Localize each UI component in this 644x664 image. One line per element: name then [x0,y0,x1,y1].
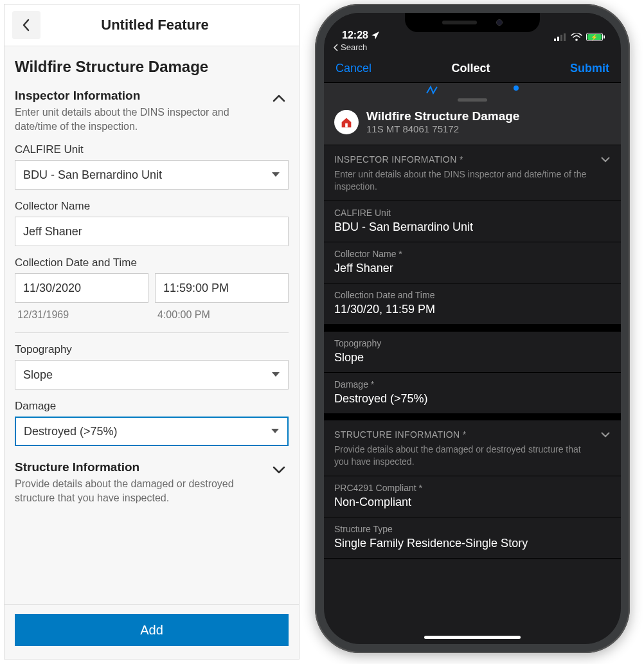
dark-prc-field[interactable]: PRC4291 Compliant * Non-Compliant [324,476,621,517]
divider [15,332,289,333]
location-arrow-icon [371,31,380,40]
calfire-unit-value: BDU - San Bernardino Unit [23,168,162,182]
svg-rect-4 [345,123,348,127]
feature-symbol-icon [334,110,359,134]
damage-label: Damage [15,400,289,413]
dark-structure-type-label: Structure Type [334,524,611,534]
topography-value: Slope [23,368,53,382]
caret-down-icon [271,372,280,378]
damage-value: Destroyed (>75%) [24,425,118,438]
wifi-icon [571,33,582,41]
status-time: 12:28 [342,30,368,41]
collection-time-value: 11:59:00 PM [163,282,229,295]
collection-date-input[interactable]: 11/30/2020 [15,273,148,303]
calfire-unit-label: CALFIRE Unit [15,143,289,156]
dark-damage-field[interactable]: Damage * Destroyed (>75%) [324,373,621,414]
cellular-signal-icon [554,33,567,41]
collection-dt-label: Collection Date and Time [15,256,289,269]
chevron-down-icon [269,460,289,480]
inspector-section-title: Inspector Information [15,89,262,103]
damage-select[interactable]: Destroyed (>75%) [15,417,289,446]
map-pin-icon [513,85,519,94]
notch [405,13,540,32]
dark-topography-value: Slope [334,351,611,364]
collector-name-label: Collector Name [15,200,289,213]
dark-topography-field[interactable]: Topography Slope [324,331,621,373]
cancel-button[interactable]: Cancel [335,62,371,75]
header-title: Untitled Feature [47,17,263,33]
back-search-label: Search [341,42,367,52]
collection-time-input[interactable]: 11:59:00 PM [155,273,289,303]
dark-collection-dt-value: 11/30/20, 11:59 PM [334,303,611,316]
dark-damage-value: Destroyed (>75%) [334,392,611,406]
form-scroll[interactable]: INSPECTOR INFORMATION * Enter unit detai… [324,145,621,644]
battery-icon: ⚡ [586,33,603,41]
nav-bar: Cancel Collect Submit [324,55,621,83]
dark-inspector-desc: Enter unit details about the DINS inspec… [334,168,594,193]
inspector-section-header[interactable]: Inspector Information Enter unit details… [15,89,289,133]
chevron-left-icon [333,44,339,51]
iphone-frame: 12:28 ⚡ Search Cancel Collect Submit [315,4,630,653]
form-title: Wildfire Structure Damage [15,58,289,76]
calfire-unit-select[interactable]: BDU - San Bernardino Unit [15,160,289,190]
structure-section-title: Structure Information [15,460,262,474]
svg-rect-0 [554,39,556,41]
back-button[interactable] [12,11,40,39]
structure-section-desc: Provide details about the damaged or des… [15,477,262,505]
svg-rect-3 [564,33,566,41]
dark-collector-name-value: Jeff Shaner [334,262,611,275]
nav-title: Collect [452,62,490,75]
submit-button[interactable]: Submit [570,62,609,75]
dark-structure-section-header[interactable]: STRUCTURE INFORMATION * Provide details … [324,414,621,476]
dark-collection-dt-field[interactable]: Collection Date and Time 11/30/20, 11:59… [324,283,621,325]
topography-label: Topography [15,343,289,356]
caret-down-icon [271,428,280,435]
feature-subtitle: 11S MT 84061 75172 [366,123,519,134]
collection-date-value: 11/30/2020 [23,282,81,295]
chevron-down-icon [600,431,611,438]
svg-rect-1 [557,37,559,41]
left-body: Wildfire Structure Damage Inspector Info… [4,46,299,604]
collection-date-meta: 12/31/1969 [15,309,148,321]
left-form-panel: Untitled Feature Wildfire Structure Dama… [4,4,300,660]
caret-down-icon [271,172,280,178]
dark-calfire-unit-field[interactable]: CALFIRE Unit BDU - San Bernardino Unit [324,201,621,242]
dark-collector-name-label: Collector Name * [334,249,611,259]
feature-peek: Wildfire Structure Damage 11S MT 84061 7… [324,83,621,145]
dark-inspector-section-header[interactable]: INSPECTOR INFORMATION * Enter unit detai… [324,145,621,201]
topography-select[interactable]: Slope [15,360,289,390]
drag-handle[interactable] [458,98,487,102]
collector-name-value: Jeff Shaner [23,225,82,238]
dark-structure-title: STRUCTURE INFORMATION * [334,429,594,440]
structure-section-header[interactable]: Structure Information Provide details ab… [15,460,289,505]
dark-topography-label: Topography [334,338,611,348]
dark-damage-label: Damage * [334,379,611,390]
dark-structure-type-field[interactable]: Structure Type Single Family Residence-S… [324,517,621,559]
dark-prc-label: PRC4291 Compliant * [334,483,611,493]
dark-structure-type-value: Single Family Residence-Single Story [334,537,611,550]
collector-name-input[interactable]: Jeff Shaner [15,217,289,246]
dark-collector-name-field[interactable]: Collector Name * Jeff Shaner [324,242,621,283]
iphone-screen: 12:28 ⚡ Search Cancel Collect Submit [324,13,621,644]
dark-structure-desc: Provide details about the damaged or des… [334,444,594,468]
back-to-search[interactable]: Search [324,42,621,55]
dark-inspector-title: INSPECTOR INFORMATION * [334,154,594,165]
chevron-down-icon [600,156,611,163]
svg-rect-2 [560,35,562,41]
dark-prc-value: Non-Compliant [334,496,611,509]
inspector-section-desc: Enter unit details about the DINS inspec… [15,105,262,133]
feature-title: Wildfire Structure Damage [366,109,519,123]
collection-dt-meta: 12/31/1969 4:00:00 PM [15,309,289,321]
chevron-left-icon [21,19,31,31]
collection-time-meta: 4:00:00 PM [155,309,289,321]
left-header: Untitled Feature [4,4,299,46]
add-button[interactable]: Add [15,614,289,646]
chevron-up-icon [269,89,289,108]
home-indicator[interactable] [424,636,521,639]
right-phone-panel: 12:28 ⚡ Search Cancel Collect Submit [312,4,632,660]
dark-collection-dt-label: Collection Date and Time [334,290,611,300]
left-footer: Add [4,604,299,659]
map-route-icon [425,85,438,94]
dark-calfire-unit-label: CALFIRE Unit [334,208,611,218]
dark-calfire-unit-value: BDU - San Bernardino Unit [334,220,611,234]
